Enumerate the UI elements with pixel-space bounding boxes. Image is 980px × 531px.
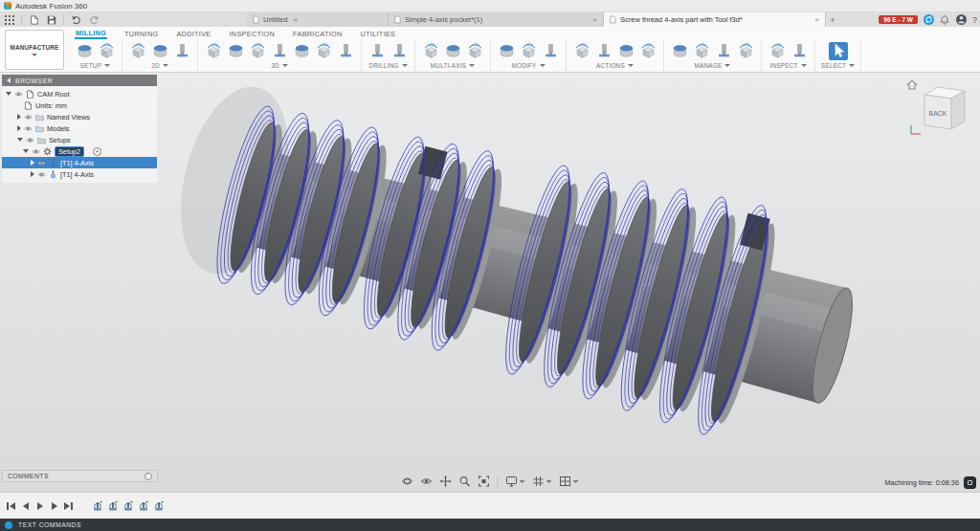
cam-post-process-icon[interactable] <box>616 42 635 60</box>
group-dropdown-drilling[interactable]: DRILLING <box>368 62 407 69</box>
group-dropdown-modify[interactable]: MODIFY <box>511 62 545 69</box>
undo-icon[interactable] <box>71 14 81 25</box>
visibility-eye-icon[interactable] <box>37 159 46 167</box>
cam-contour-icon[interactable] <box>292 42 311 60</box>
play-button[interactable] <box>33 499 46 513</box>
browser-item-cam-root[interactable]: CAM Root <box>2 88 157 100</box>
ribbon-tab-turning[interactable]: TURNING <box>123 29 159 38</box>
cam-setup-sheet-icon[interactable] <box>638 42 657 60</box>
orbit-icon[interactable] <box>402 476 413 487</box>
comments-options-icon[interactable] <box>145 473 152 480</box>
cam-scallop-icon[interactable] <box>270 42 289 60</box>
document-tab[interactable]: Untitled × <box>247 12 389 27</box>
redo-icon[interactable] <box>88 14 99 25</box>
home-icon[interactable] <box>907 80 917 89</box>
measure-icon[interactable] <box>768 42 787 60</box>
group-dropdown-manage[interactable]: MANAGE <box>695 62 731 69</box>
group-dropdown-3d[interactable]: 3D <box>271 62 288 69</box>
ribbon-tab-fabrication[interactable]: FABRICATION <box>292 29 343 38</box>
cam-multiaxis-contour-icon[interactable] <box>443 42 462 60</box>
look-at-icon[interactable] <box>421 476 433 487</box>
collapse-panel-icon[interactable] <box>7 77 11 83</box>
machine-library-icon[interactable] <box>692 42 711 60</box>
viewports-button[interactable] <box>560 476 579 487</box>
save-icon[interactable] <box>46 14 56 25</box>
ribbon-tab-inspection[interactable]: INSPECTION <box>229 29 277 38</box>
pan-icon[interactable] <box>440 476 452 487</box>
task-manager-icon[interactable] <box>736 42 755 60</box>
collapse-caret-icon[interactable] <box>23 149 29 153</box>
operation-marker[interactable] <box>122 500 134 512</box>
group-dropdown-inspect[interactable]: INSPECT <box>769 62 806 69</box>
grid-and-snaps-button[interactable] <box>533 476 552 487</box>
browser-item-models[interactable]: Models <box>2 122 157 134</box>
select-cursor-icon[interactable] <box>829 42 848 60</box>
cam-2d-pocket-icon[interactable] <box>128 42 147 60</box>
go-to-beginning-button[interactable] <box>5 499 17 513</box>
expand-caret-icon[interactable] <box>17 125 21 131</box>
post-library-icon[interactable] <box>714 42 733 60</box>
help-icon[interactable]: ? <box>972 15 977 25</box>
collapse-caret-icon[interactable] <box>6 92 11 96</box>
cam-generate-icon[interactable] <box>572 42 591 60</box>
notifications-bell-icon[interactable] <box>940 14 950 25</box>
cam-spiral-icon[interactable] <box>336 42 355 60</box>
visibility-eye-icon[interactable] <box>14 90 23 99</box>
operation-marker[interactable] <box>153 500 165 512</box>
section-analysis-icon[interactable] <box>790 42 809 60</box>
cam-2d-face-icon[interactable] <box>172 42 191 60</box>
cam-setup-icon[interactable] <box>75 42 94 60</box>
ribbon-tab-utilities[interactable]: UTILITIES <box>360 29 397 38</box>
cam-trim-icon[interactable] <box>497 42 516 60</box>
text-commands-bar[interactable]: TEXT COMMANDS <box>0 519 980 531</box>
cam-2d-contour-icon[interactable] <box>150 42 169 60</box>
browser-header[interactable]: BROWSER <box>2 75 157 86</box>
workspace-selector-button[interactable]: MANUFACTURE <box>5 30 64 70</box>
cam-ramp-icon[interactable] <box>314 42 333 60</box>
cam-adaptive-icon[interactable] <box>204 42 223 60</box>
job-status-icon[interactable] <box>964 476 976 489</box>
visibility-eye-icon[interactable] <box>24 124 33 133</box>
close-tab-icon[interactable]: × <box>293 15 298 24</box>
add-operation-icon[interactable]: + <box>93 147 101 156</box>
setup-name-editbox[interactable]: Setup2 <box>55 146 84 157</box>
zoom-icon[interactable] <box>459 476 471 487</box>
browser-item-setups[interactable]: Setups <box>2 134 157 145</box>
cam-drill-icon[interactable] <box>368 42 387 60</box>
operation-marker[interactable] <box>92 500 103 512</box>
new-tab-button[interactable]: + <box>826 12 839 27</box>
cam-pocket-icon[interactable] <box>226 42 245 60</box>
operation-marker[interactable] <box>107 500 119 512</box>
expand-caret-icon[interactable] <box>31 171 34 177</box>
file-menu-icon[interactable] <box>29 14 39 25</box>
cam-stock-icon[interactable] <box>97 42 116 60</box>
browser-item-toolpath-1[interactable]: [T1] 4-Axis <box>2 157 157 168</box>
step-forward-button[interactable] <box>48 499 60 513</box>
group-dropdown-setup[interactable]: SETUP <box>80 62 110 69</box>
browser-item-toolpath-2[interactable]: [T1] 4-Axis <box>2 168 157 180</box>
viewport[interactable]: BROWSER CAM Root Units: mm Named Views <box>0 73 980 492</box>
browser-item-units[interactable]: Units: mm <box>2 100 157 111</box>
collapse-caret-icon[interactable] <box>17 138 23 142</box>
close-tab-icon[interactable]: × <box>814 15 819 24</box>
visibility-eye-icon[interactable] <box>32 147 40 156</box>
browser-item-named-views[interactable]: Named Views <box>2 111 157 122</box>
step-back-button[interactable] <box>19 499 32 513</box>
visibility-eye-icon[interactable] <box>37 170 46 179</box>
ribbon-tab-additive[interactable]: ADDITIVE <box>175 29 212 38</box>
group-dropdown-multi-axis[interactable]: MULTI-AXIS <box>431 62 475 69</box>
tool-library-icon[interactable] <box>670 42 689 60</box>
close-tab-icon[interactable]: × <box>592 15 597 24</box>
cam-delete-icon[interactable] <box>541 42 560 60</box>
browser-item-setup2[interactable]: Setup2 + <box>2 145 157 157</box>
user-avatar[interactable] <box>956 14 967 25</box>
cam-bore-icon[interactable] <box>390 42 409 60</box>
operation-marker[interactable] <box>138 500 149 512</box>
cam-simulate-icon[interactable] <box>594 42 613 60</box>
go-to-end-button[interactable] <box>62 499 75 513</box>
expand-caret-icon[interactable] <box>17 114 21 120</box>
view-cube[interactable]: BACK <box>905 77 972 139</box>
fit-icon[interactable] <box>479 476 490 487</box>
cam-swarf-icon[interactable] <box>421 42 440 60</box>
app-menu-icon[interactable] <box>4 14 14 25</box>
